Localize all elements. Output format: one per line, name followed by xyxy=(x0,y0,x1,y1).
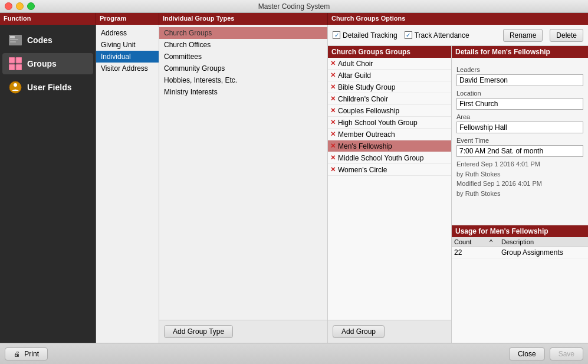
detailed-tracking-label: Detailed Tracking xyxy=(343,31,398,40)
area-label: Area xyxy=(456,113,583,120)
group-delete-icon[interactable]: ✕ xyxy=(330,130,336,138)
bottom-bar: 🖨 Print Close Save xyxy=(0,343,588,364)
detail-entered: Entered Sep 1 2016 4:01 PM by Ruth Stoke… xyxy=(456,159,583,198)
group-row-childrens-choir[interactable]: ✕ Children's Choir xyxy=(328,93,451,105)
track-attendance-checkbox[interactable]: ✓ Track Attendance xyxy=(405,31,469,40)
group-delete-icon[interactable]: ✕ xyxy=(330,107,336,114)
print-button[interactable]: 🖨 Print xyxy=(5,347,48,360)
church-groups-footer: Add Group xyxy=(328,320,451,343)
group-row-altar-guild[interactable]: ✕ Altar Guild xyxy=(328,70,451,81)
minimize-window-button[interactable] xyxy=(16,2,24,10)
maximize-window-button[interactable] xyxy=(27,2,35,10)
event-time-label: Event Time xyxy=(456,137,583,144)
group-row-member-outreach[interactable]: ✕ Member Outreach xyxy=(328,129,451,140)
group-row-womens-circle[interactable]: ✕ Women's Circle xyxy=(328,164,451,176)
usage-col-desc-header: Description xyxy=(501,238,586,245)
save-button[interactable]: Save xyxy=(550,347,583,360)
col-header-program: Program xyxy=(96,13,159,25)
usage-section: Usage for Men's Fellowship Count ^ Descr… xyxy=(452,225,588,343)
svg-point-9 xyxy=(14,83,17,87)
group-delete-icon[interactable]: ✕ xyxy=(330,154,336,162)
window-controls[interactable] xyxy=(5,2,35,10)
col-header-function: Function xyxy=(0,13,96,25)
church-groups-list: ✕ Adult Choir ✕ Altar Guild ✕ Bible Stud… xyxy=(328,58,451,320)
group-row-middle-school[interactable]: ✕ Middle School Youth Group xyxy=(328,152,451,164)
program-item-address[interactable]: Address xyxy=(96,27,159,39)
program-column: Address Giving Unit Individual Visitor A… xyxy=(96,25,159,343)
church-groups-section: Church Groups Groups ✕ Adult Choir ✕ Alt… xyxy=(328,46,452,343)
group-delete-icon[interactable]: ✕ xyxy=(330,142,336,150)
app-container: Function Program Individual Group Types … xyxy=(0,13,588,364)
track-attendance-checkbox-box[interactable]: ✓ xyxy=(405,31,412,39)
usage-header: Usage for Men's Fellowship xyxy=(452,225,588,237)
detailed-tracking-checkbox-box[interactable]: ✓ xyxy=(333,31,340,39)
group-types-footer: Add Group Type xyxy=(159,320,327,343)
group-delete-icon[interactable]: ✕ xyxy=(330,60,336,67)
usage-col-count-header: Count xyxy=(454,238,490,245)
bottom-left: 🖨 Print xyxy=(5,347,48,360)
group-row-adult-choir[interactable]: ✕ Adult Choir xyxy=(328,58,451,70)
svg-rect-3 xyxy=(10,41,16,42)
event-time-input[interactable] xyxy=(456,145,583,157)
group-type-community-groups[interactable]: Community Groups xyxy=(159,63,327,74)
leaders-label: Leaders xyxy=(456,66,583,73)
group-delete-icon[interactable]: ✕ xyxy=(330,119,336,126)
bottom-right: Close Save xyxy=(509,347,583,360)
column-headers: Function Program Individual Group Types … xyxy=(0,13,588,25)
title-bar: Master Coding System xyxy=(0,0,588,13)
options-toolbar: ✓ Detailed Tracking ✓ Track Attendance R… xyxy=(328,25,588,46)
group-type-committees[interactable]: Committees xyxy=(159,51,327,63)
details-header: Details for Men's Fellowship xyxy=(452,46,588,58)
group-type-church-groups[interactable]: Church Groups xyxy=(159,27,327,39)
group-row-bible-study[interactable]: ✕ Bible Study Group xyxy=(328,81,451,93)
program-item-visitor[interactable]: Visitor Address xyxy=(96,63,159,74)
group-row-high-school[interactable]: ✕ High School Youth Group xyxy=(328,117,451,129)
rename-button[interactable]: Rename xyxy=(503,29,543,42)
usage-row: 22 Group Assignments xyxy=(452,247,588,258)
usage-desc-value: Group Assignments xyxy=(501,248,586,257)
delete-button[interactable]: Delete xyxy=(550,29,583,42)
col-header-options: Church Groups Options xyxy=(328,13,588,25)
sidebar-groups-label: Groups xyxy=(27,59,57,68)
group-row-couples-fellowship[interactable]: ✕ Couples Fellowship xyxy=(328,105,451,117)
add-group-type-button[interactable]: Add Group Type xyxy=(164,325,233,338)
groups-details-row: Church Groups Groups ✕ Adult Choir ✕ Alt… xyxy=(328,46,588,343)
add-group-button[interactable]: Add Group xyxy=(333,325,385,338)
group-delete-icon[interactable]: ✕ xyxy=(330,166,336,173)
close-button[interactable]: Close xyxy=(509,347,545,360)
usage-col-sort-header[interactable]: ^ xyxy=(490,238,501,245)
track-attendance-label: Track Attendance xyxy=(415,31,469,40)
svg-rect-5 xyxy=(16,57,22,63)
sidebar-item-codes[interactable]: Codes xyxy=(2,29,93,51)
group-types-list: Church Groups Church Offices Committees … xyxy=(159,25,327,320)
area-input[interactable] xyxy=(456,122,583,133)
usage-col-headers: Count ^ Description xyxy=(452,237,588,247)
church-groups-header: Church Groups Groups xyxy=(328,46,451,58)
details-section: Details for Men's Fellowship Leaders Loc… xyxy=(452,46,588,343)
content-row: Codes Groups xyxy=(0,25,588,343)
window-title: Master Coding System xyxy=(258,2,330,11)
usage-count-value: 22 xyxy=(454,248,490,257)
program-item-giving[interactable]: Giving Unit xyxy=(96,39,159,51)
options-area: ✓ Detailed Tracking ✓ Track Attendance R… xyxy=(328,25,588,343)
group-delete-icon[interactable]: ✕ xyxy=(330,95,336,103)
codes-icon xyxy=(8,33,22,47)
leaders-input[interactable] xyxy=(456,74,583,86)
svg-rect-1 xyxy=(10,36,15,38)
group-type-hobbies[interactable]: Hobbies, Interests, Etc. xyxy=(159,74,327,86)
group-delete-icon[interactable]: ✕ xyxy=(330,83,336,91)
group-types-column: Church Groups Church Offices Committees … xyxy=(159,25,328,343)
sidebar-codes-label: Codes xyxy=(27,35,52,45)
program-item-individual[interactable]: Individual xyxy=(96,51,159,63)
group-delete-icon[interactable]: ✕ xyxy=(330,71,336,79)
detailed-tracking-checkbox[interactable]: ✓ Detailed Tracking xyxy=(333,31,398,40)
sidebar-item-userfields[interactable]: User Fields xyxy=(2,77,93,98)
group-type-church-offices[interactable]: Church Offices xyxy=(159,39,327,51)
location-input[interactable] xyxy=(456,98,583,110)
group-row-mens-fellowship[interactable]: ✕ Men's Fellowship xyxy=(328,140,451,152)
details-content: Leaders Location Area Event Time Entered… xyxy=(452,58,588,225)
usage-table: Count ^ Description 22 Group Assignments xyxy=(452,237,588,343)
sidebar-item-groups[interactable]: Groups xyxy=(2,53,93,74)
group-type-ministry[interactable]: Ministry Interests xyxy=(159,86,327,98)
close-window-button[interactable] xyxy=(5,2,12,10)
